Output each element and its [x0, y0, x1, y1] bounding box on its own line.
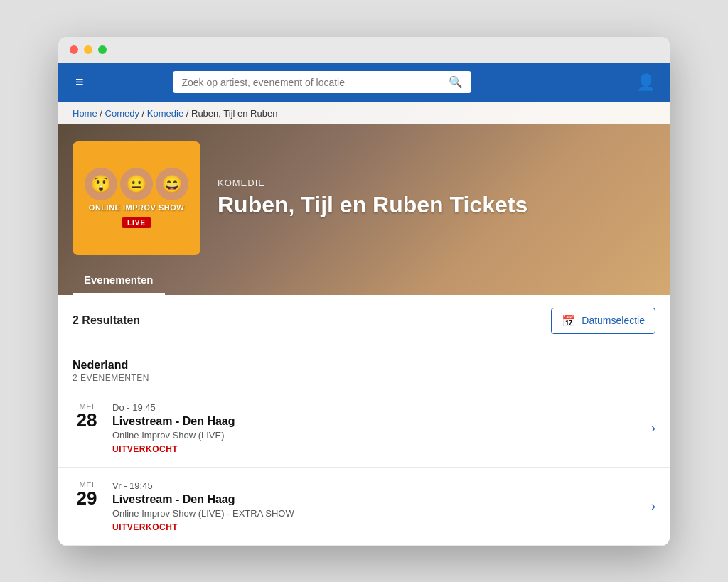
event-date-col: MEI 28 [73, 402, 101, 429]
close-button[interactable] [70, 45, 78, 54]
event-day: 28 [73, 411, 101, 429]
navbar: ≡ 🔍 👤 [58, 63, 670, 102]
poster-live-badge: LIVE [122, 217, 151, 228]
main-content: 2 Resultaten 📅 Datumselectie Nederland 2… [58, 295, 670, 546]
search-icon[interactable]: 🔍 [449, 75, 463, 89]
browser-window: ≡ 🔍 👤 Home / Comedy / Komedie / Ruben, T… [58, 37, 670, 546]
hamburger-menu-button[interactable]: ≡ [73, 71, 87, 93]
event-info: Vr - 19:45 Livestream - Den Haag Online … [112, 480, 640, 532]
hero-area: Home / Comedy / Komedie / Ruben, Tijl en… [58, 102, 670, 295]
breadcrumb: Home / Comedy / Komedie / Ruben, Tijl en… [58, 102, 670, 124]
hero-content: 😲 😐 😄 ONLINE IMPROV SHOW LIVE KOMEDIE Ru… [58, 124, 670, 255]
minimize-button[interactable] [84, 45, 92, 54]
tab-evenementen[interactable]: Evenementen [73, 266, 165, 295]
maximize-button[interactable] [98, 45, 107, 54]
tabs-bar: Evenementen [58, 266, 670, 295]
chevron-right-icon: › [651, 499, 655, 514]
breadcrumb-current: Ruben, Tijl en Ruben [191, 108, 277, 119]
face-3: 😄 [156, 168, 188, 200]
event-venue: Livestream - Den Haag [112, 493, 640, 506]
search-bar: 🔍 [173, 71, 471, 93]
country-name: Nederland [73, 359, 655, 372]
event-day: 29 [73, 489, 101, 507]
search-input[interactable] [181, 77, 443, 88]
event-time: Do - 19:45 [112, 402, 640, 413]
event-subtitle: Online Improv Show (LIVE) [112, 430, 640, 441]
date-filter-label: Datumselectie [582, 315, 645, 326]
event-date-col: MEI 29 [73, 480, 101, 507]
date-filter-button[interactable]: 📅 Datumselectie [551, 308, 655, 334]
chevron-right-icon: › [651, 421, 655, 436]
browser-chrome [58, 37, 670, 63]
breadcrumb-komedie[interactable]: Komedie [147, 108, 183, 119]
poster-faces: 😲 😐 😄 [85, 168, 188, 200]
hero-category: KOMEDIE [218, 178, 528, 188]
breadcrumb-home[interactable]: Home [73, 108, 97, 119]
event-time: Vr - 19:45 [112, 480, 640, 491]
hero-title: Ruben, Tijl en Ruben Tickets [218, 193, 528, 217]
event-info: Do - 19:45 Livestream - Den Haag Online … [112, 402, 640, 454]
events-count-label: 2 EVENEMENTEN [73, 373, 655, 383]
sold-out-badge: UITVERKOCHT [112, 444, 640, 454]
hero-text: KOMEDIE Ruben, Tijl en Ruben Tickets [218, 178, 528, 217]
event-subtitle: Online Improv Show (LIVE) - EXTRA SHOW [112, 508, 640, 519]
results-header: 2 Resultaten 📅 Datumselectie [58, 295, 670, 347]
face-1: 😲 [85, 168, 117, 200]
event-row[interactable]: MEI 28 Do - 19:45 Livestream - Den Haag … [58, 389, 670, 468]
results-count: 2 Resultaten [73, 314, 140, 327]
breadcrumb-comedy[interactable]: Comedy [105, 108, 139, 119]
calendar-icon: 📅 [562, 314, 576, 328]
user-account-button[interactable]: 👤 [636, 73, 655, 92]
poster-title: ONLINE IMPROV SHOW [89, 203, 184, 212]
face-2: 😐 [120, 168, 153, 200]
country-section: Nederland 2 EVENEMENTEN [58, 347, 670, 389]
show-poster: 😲 😐 😄 ONLINE IMPROV SHOW LIVE [73, 141, 200, 255]
event-venue: Livestream - Den Haag [112, 415, 640, 428]
event-row[interactable]: MEI 29 Vr - 19:45 Livestream - Den Haag … [58, 468, 670, 546]
sold-out-badge: UITVERKOCHT [112, 522, 640, 532]
